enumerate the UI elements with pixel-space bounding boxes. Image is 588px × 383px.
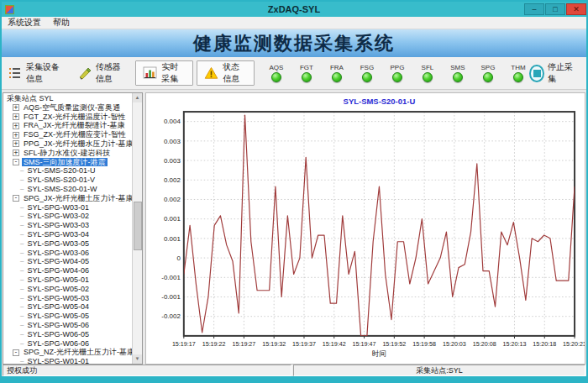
green-led-icon xyxy=(392,72,402,82)
tree-item[interactable]: –SYL-SMS-S20-01-V xyxy=(5,176,132,185)
tree-item-label[interactable]: SYL-SPG-W05-03 xyxy=(25,294,91,303)
tree-item[interactable]: +AQS-空气质量监测仪-富奥通 xyxy=(5,103,132,113)
tree-item[interactable]: +SFL-静力水准仪-建岩科技 xyxy=(5,149,132,158)
expand-icon[interactable]: + xyxy=(13,132,19,139)
tree-item-label[interactable]: 采集站点 SYL xyxy=(5,94,55,103)
tree-item-label[interactable]: SYL-SPG-W05-01 xyxy=(25,275,91,285)
scroll-up-icon[interactable]: ▲ xyxy=(133,93,142,102)
tree-item-label[interactable]: SYL-SPG-W03-01 xyxy=(25,203,91,212)
tree-item[interactable]: –SYL-SMS-S20-01-U xyxy=(5,166,132,176)
maximize-button[interactable]: □ xyxy=(545,3,565,15)
collapse-icon[interactable]: - xyxy=(13,349,19,356)
tree-item-label[interactable]: SYL-SPG-W05-04 xyxy=(25,302,91,312)
tree-item[interactable]: –SYL-SPG-W05-06 xyxy=(5,321,132,330)
green-led-icon xyxy=(362,72,372,82)
tree-item-label[interactable]: SYL-SMS-S20-01-U xyxy=(25,166,97,176)
scroll-down-icon[interactable]: ▼ xyxy=(133,354,142,364)
tree-item[interactable]: -SMS-三向加速度计-港震 xyxy=(5,158,132,167)
tree-item-label[interactable]: SYL-SPG-W04-06 xyxy=(25,266,91,275)
expand-icon[interactable]: + xyxy=(13,150,19,156)
tree-item-label[interactable]: AQS-空气质量监测仪-富奥通 xyxy=(22,103,122,113)
tree-item-label[interactable]: PPG_JX-光纤光栅水压力计-基康 xyxy=(22,139,132,149)
tree-item-label[interactable]: FSG_ZX-光纤光栅应变计-智性 xyxy=(22,130,128,139)
tree-connector: – xyxy=(20,230,24,239)
tree-item[interactable]: –SYL-SPG-W04-06 xyxy=(5,266,132,275)
data-series-line xyxy=(184,115,575,336)
tree-item-label[interactable]: SYL-SPG-W03-06 xyxy=(25,249,91,258)
close-button[interactable]: ✕ xyxy=(566,3,586,15)
device-info-button[interactable]: 采集设备信息 xyxy=(2,60,71,86)
green-led-icon xyxy=(332,72,342,82)
tree-item-label[interactable]: SYL-SPG-W06-05 xyxy=(25,330,91,339)
tree-item[interactable]: –SYL-SPG-W05-02 xyxy=(5,285,132,294)
expand-icon[interactable]: + xyxy=(13,123,19,129)
minimize-button[interactable]: – xyxy=(524,3,544,15)
status-info-button[interactable]: 状态信息 xyxy=(197,60,255,86)
tree-item[interactable]: +PPG_JX-光纤光栅水压力计-基康 xyxy=(5,139,132,149)
tree-item[interactable]: –SYL-SPG-W05-03 xyxy=(5,294,132,303)
tree-item[interactable]: –SYL-SPG-W03-01 xyxy=(5,203,132,212)
tree-item[interactable]: –SYL-SPG-W03-03 xyxy=(5,221,132,230)
tree-item-label[interactable]: SYL-SPG-W03-05 xyxy=(25,239,91,249)
tree-item[interactable]: –SYL-SPG-W05-01 xyxy=(5,275,132,285)
tree-item[interactable]: –SYL-SPG-W06-06 xyxy=(5,339,132,349)
tree-item-label[interactable]: SPG_NZ-光纤光栅土压力计-基康 xyxy=(22,348,132,357)
tree-item[interactable]: +FGT_ZX-光纤光栅温度计-智性 xyxy=(5,113,132,122)
status-info-label: 状态信息 xyxy=(223,61,247,85)
expand-icon[interactable]: + xyxy=(13,113,19,120)
tree-connector: – xyxy=(20,357,24,364)
tree-item[interactable]: -SPG_NZ-光纤光栅土压力计-基康 xyxy=(5,348,132,357)
tree-item-label[interactable]: SYL-SPG-W05-06 xyxy=(25,321,91,330)
x-tick-label: 15:19:22 xyxy=(202,340,226,348)
scroll-thumb[interactable] xyxy=(134,202,142,250)
x-tick-label: 15:19:32 xyxy=(262,340,286,348)
tree-item[interactable]: –SYL-SPG-W03-04 xyxy=(5,230,132,239)
tree-item-label[interactable]: SYL-SPG-W05-05 xyxy=(25,312,91,321)
stop-collect-button[interactable]: 停止采集 xyxy=(529,61,575,85)
tree-item[interactable]: –SYL-SPG-W03-05 xyxy=(5,239,132,249)
tree-item-label[interactable]: SMS-三向加速度计-港震 xyxy=(22,158,108,167)
expand-icon[interactable]: + xyxy=(13,140,19,147)
tree-item-label[interactable]: SYL-SPG-W03-02 xyxy=(25,212,91,221)
menu-system-settings[interactable]: 系统设置 xyxy=(2,17,47,29)
tree-scrollbar[interactable]: ▲ ▼ xyxy=(132,93,142,364)
tree-item[interactable]: 采集站点 SYL xyxy=(5,94,132,103)
tree-item[interactable]: –SYL-SPG-W05-04 xyxy=(5,302,132,312)
tree-item-label[interactable]: SYL-SPG-W06-06 xyxy=(25,339,91,349)
sensor-info-button[interactable]: 传感器信息 xyxy=(71,60,134,86)
tree-item-label[interactable]: SYL-SPG-W01-01 xyxy=(25,357,91,364)
tree-item[interactable]: +FSG_ZX-光纤光栅应变计-智性 xyxy=(5,130,132,139)
collapse-icon[interactable]: - xyxy=(13,195,19,202)
menu-help[interactable]: 帮助 xyxy=(47,17,76,29)
indicator-SFL: SFL xyxy=(416,64,438,82)
tree-item-label[interactable]: SYL-SPG-W03-03 xyxy=(25,221,91,230)
tree-item[interactable]: –SYL-SPG-W03-02 xyxy=(5,212,132,221)
collapse-icon[interactable]: - xyxy=(13,159,19,165)
indicator-PPG: PPG xyxy=(386,64,408,82)
green-led-icon xyxy=(513,72,523,82)
green-led-icon xyxy=(483,72,493,82)
tree-item-label[interactable]: SYL-SPG-W03-04 xyxy=(25,230,91,239)
realtime-collect-button[interactable]: 实时采集 xyxy=(135,60,193,86)
tree-item-label[interactable]: FGT_ZX-光纤光栅温度计-智性 xyxy=(22,113,128,122)
indicator-SMS: SMS xyxy=(446,64,469,82)
tree-item[interactable]: -SPG_JX-光纤光栅土压力计-基康 xyxy=(5,194,132,203)
tree-item-label[interactable]: SYL-SPG-W04-05 xyxy=(25,257,91,266)
tree-item-label[interactable]: SYL-SPG-W05-02 xyxy=(25,285,91,294)
tree-item[interactable]: –SYL-SPG-W01-01 xyxy=(5,357,132,364)
expand-icon[interactable]: + xyxy=(13,104,19,111)
tree-item[interactable]: –SYL-SPG-W05-05 xyxy=(5,312,132,321)
tree-item-label[interactable]: SFL-静力水准仪-建岩科技 xyxy=(22,149,113,158)
tree-item[interactable]: –SYL-SPG-W03-06 xyxy=(5,249,132,258)
tree-item-label[interactable]: FRA_JX-光纤光栅裂缝计-基康 xyxy=(22,121,127,130)
tree-connector: – xyxy=(20,185,24,194)
indicator-label: FGT xyxy=(300,64,313,71)
tree-item[interactable]: +FRA_JX-光纤光栅裂缝计-基康 xyxy=(5,121,132,130)
x-tick-label: 15:20:13 xyxy=(503,340,527,348)
tree-item-label[interactable]: SYL-SMS-S20-01-V xyxy=(25,176,97,185)
tree-item[interactable]: –SYL-SPG-W04-05 xyxy=(5,257,132,266)
tree-item-label[interactable]: SPG_JX-光纤光栅土压力计-基康 xyxy=(22,194,132,203)
tree-item[interactable]: –SYL-SPG-W06-05 xyxy=(5,330,132,339)
tree-item-label[interactable]: SYL-SMS-S20-01-W xyxy=(25,185,98,194)
tree-item[interactable]: –SYL-SMS-S20-01-W xyxy=(5,185,132,194)
